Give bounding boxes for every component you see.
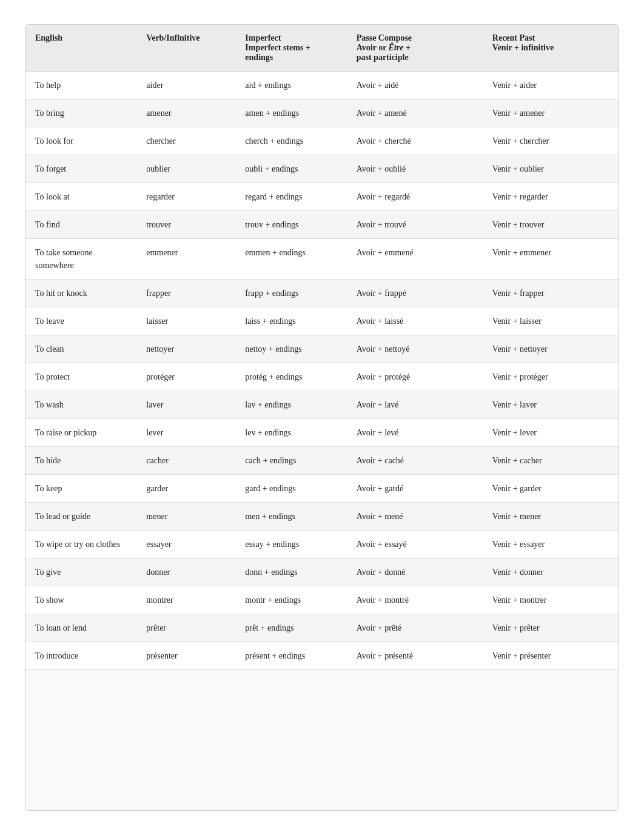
- cell-verb: mener: [136, 503, 235, 531]
- cell-english: To introduce: [25, 642, 136, 670]
- table-row: To findtrouvertrouv + endingsAvoir + tro…: [25, 211, 619, 239]
- cell-recent: Venir + amener: [483, 99, 619, 127]
- verb-table: English Verb/Infinitive ImperfectImperfe…: [25, 25, 619, 670]
- header-row: English Verb/Infinitive ImperfectImperfe…: [25, 25, 619, 72]
- header-verb: Verb/Infinitive: [136, 25, 235, 72]
- table-row: To bringameneramen + endingsAvoir + amen…: [25, 99, 619, 127]
- table-row: To protectprotégerprotég + endingsAvoir …: [25, 363, 619, 391]
- header-english: English: [25, 25, 136, 72]
- cell-verb: aider: [136, 72, 235, 99]
- cell-english: To forget: [25, 155, 136, 183]
- table-row: To givedonnerdonn + endingsAvoir + donné…: [25, 558, 619, 586]
- cell-verb: oublier: [136, 155, 235, 183]
- cell-recent: Venir + présenter: [483, 642, 619, 670]
- cell-verb: cacher: [136, 447, 235, 475]
- cell-english: To lead or guide: [25, 503, 136, 531]
- cell-recent: Venir + chercher: [483, 127, 619, 155]
- cell-english: To look for: [25, 127, 136, 155]
- table-row: To hidecachercach + endingsAvoir + caché…: [25, 447, 619, 475]
- cell-verb: nettoyer: [136, 335, 235, 363]
- cell-recent: Venir + laver: [483, 391, 619, 419]
- cell-verb: chercher: [136, 127, 235, 155]
- cell-imperfect: prêt + endings: [235, 614, 346, 642]
- header-recent: Recent PastVenir + infinitive: [483, 25, 619, 72]
- cell-imperfect: aid + endings: [235, 72, 346, 99]
- table-row: To wipe or try on clothesessayeressay + …: [25, 531, 619, 558]
- cell-english: To hide: [25, 447, 136, 475]
- table-row: To look atregarderregard + endingsAvoir …: [25, 183, 619, 211]
- cell-verb: emmener: [136, 239, 235, 280]
- cell-english: To bring: [25, 99, 136, 127]
- table-row: To raise or pickupleverlev + endingsAvoi…: [25, 419, 619, 447]
- cell-english: To take someone somewhere: [25, 239, 136, 280]
- table-row: To look forcherchercherch + endingsAvoir…: [25, 127, 619, 155]
- cell-imperfect: men + endings: [235, 503, 346, 531]
- cell-verb: présenter: [136, 642, 235, 670]
- cell-passe: Avoir + donné: [347, 558, 483, 586]
- cell-passe: Avoir + oublié: [347, 155, 483, 183]
- cell-english: To look at: [25, 183, 136, 211]
- cell-recent: Venir + frapper: [483, 280, 619, 307]
- cell-verb: garder: [136, 475, 235, 503]
- cell-imperfect: montr + endings: [235, 586, 346, 614]
- cell-imperfect: gard + endings: [235, 475, 346, 503]
- table-row: To washlaverlav + endingsAvoir + lavéVen…: [25, 391, 619, 419]
- cell-english: To give: [25, 558, 136, 586]
- cell-verb: regarder: [136, 183, 235, 211]
- table-row: To keepgardergard + endingsAvoir + gardé…: [25, 475, 619, 503]
- verb-table-container: English Verb/Infinitive ImperfectImperfe…: [25, 24, 619, 811]
- cell-verb: essayer: [136, 531, 235, 558]
- cell-verb: prêter: [136, 614, 235, 642]
- cell-verb: trouver: [136, 211, 235, 239]
- cell-passe: Avoir + essayé: [347, 531, 483, 558]
- cell-english: To show: [25, 586, 136, 614]
- cell-passe: Avoir + regardé: [347, 183, 483, 211]
- cell-recent: Venir + montrer: [483, 586, 619, 614]
- cell-english: To wipe or try on clothes: [25, 531, 136, 558]
- cell-english: To wash: [25, 391, 136, 419]
- cell-imperfect: oubli + endings: [235, 155, 346, 183]
- cell-recent: Venir + prêter: [483, 614, 619, 642]
- cell-passe: Avoir + montré: [347, 586, 483, 614]
- table-row: To loan or lendprêterprêt + endingsAvoir…: [25, 614, 619, 642]
- cell-imperfect: lav + endings: [235, 391, 346, 419]
- cell-imperfect: protég + endings: [235, 363, 346, 391]
- cell-passe: Avoir + prêté: [347, 614, 483, 642]
- cell-imperfect: essay + endings: [235, 531, 346, 558]
- cell-english: To find: [25, 211, 136, 239]
- table-row: To lead or guidemenermen + endingsAvoir …: [25, 503, 619, 531]
- cell-recent: Venir + mener: [483, 503, 619, 531]
- cell-recent: Venir + garder: [483, 475, 619, 503]
- cell-imperfect: présent + endings: [235, 642, 346, 670]
- cell-imperfect: laiss + endings: [235, 307, 346, 335]
- cell-passe: Avoir + aidé: [347, 72, 483, 99]
- table-row: To showmontrermontr + endingsAvoir + mon…: [25, 586, 619, 614]
- cell-passe: Avoir + lavé: [347, 391, 483, 419]
- cell-verb: laisser: [136, 307, 235, 335]
- cell-english: To keep: [25, 475, 136, 503]
- cell-english: To clean: [25, 335, 136, 363]
- table-row: To take someone somewhereemmeneremmen + …: [25, 239, 619, 280]
- cell-imperfect: cherch + endings: [235, 127, 346, 155]
- cell-english: To loan or lend: [25, 614, 136, 642]
- cell-passe: Avoir + laissé: [347, 307, 483, 335]
- cell-imperfect: emmen + endings: [235, 239, 346, 280]
- cell-recent: Venir + essayer: [483, 531, 619, 558]
- cell-imperfect: cach + endings: [235, 447, 346, 475]
- table-row: To cleannettoyernettoy + endingsAvoir + …: [25, 335, 619, 363]
- cell-verb: lever: [136, 419, 235, 447]
- table-row: To forgetoublieroubli + endingsAvoir + o…: [25, 155, 619, 183]
- cell-passe: Avoir + frappé: [347, 280, 483, 307]
- cell-imperfect: amen + endings: [235, 99, 346, 127]
- cell-passe: Avoir + emmené: [347, 239, 483, 280]
- cell-recent: Venir + cacher: [483, 447, 619, 475]
- cell-recent: Venir + oublier: [483, 155, 619, 183]
- cell-imperfect: trouv + endings: [235, 211, 346, 239]
- cell-recent: Venir + emmener: [483, 239, 619, 280]
- cell-verb: protéger: [136, 363, 235, 391]
- cell-passe: Avoir + mené: [347, 503, 483, 531]
- header-imperfect: ImperfectImperfect stems + endings: [235, 25, 346, 72]
- cell-recent: Venir + nettoyer: [483, 335, 619, 363]
- cell-recent: Venir + protéger: [483, 363, 619, 391]
- cell-english: To leave: [25, 307, 136, 335]
